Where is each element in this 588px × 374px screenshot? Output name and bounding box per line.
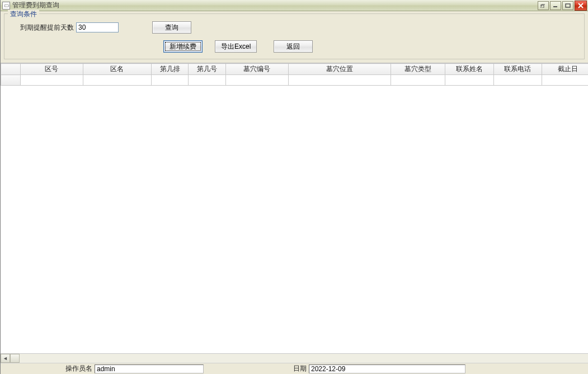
return-button[interactable]: 返回 (274, 40, 313, 53)
scroll-left-button[interactable]: ◄ (1, 354, 10, 363)
status-bar: 操作员名 日期 (1, 363, 588, 374)
col-contact-phone[interactable]: 联系电话 (493, 64, 542, 75)
col-seat-no[interactable]: 第几号 (189, 64, 225, 75)
header-row: 区号 区名 第几排 第几号 墓穴编号 墓穴位置 墓穴类型 联系姓名 联系电话 截… (1, 64, 589, 75)
cell[interactable] (152, 75, 189, 86)
cell[interactable] (288, 75, 391, 86)
query-row-1: 到期提醒提前天数 查询 (10, 20, 578, 35)
operator-label: 操作员名 (65, 364, 92, 373)
table-row[interactable] (1, 75, 589, 86)
restore-down-button[interactable] (538, 1, 549, 10)
cell[interactable] (542, 75, 588, 86)
cell[interactable] (225, 75, 288, 86)
col-plot-location[interactable]: 墓穴位置 (288, 64, 391, 75)
operator-field (95, 364, 204, 373)
cell[interactable] (445, 75, 493, 86)
svg-rect-0 (540, 5, 544, 8)
minimize-button[interactable] (550, 1, 561, 10)
cell[interactable] (391, 75, 445, 86)
col-due-date[interactable]: 截止日 (542, 64, 588, 75)
col-plot-no[interactable]: 墓穴编号 (225, 64, 288, 75)
export-excel-button[interactable]: 导出Excel (215, 40, 257, 53)
app-icon: ▭ (2, 2, 10, 10)
days-label: 到期提醒提前天数 (20, 23, 74, 32)
maximize-button[interactable] (562, 1, 573, 10)
close-button[interactable] (575, 1, 587, 11)
col-zone-name[interactable]: 区名 (83, 64, 151, 75)
cell[interactable] (189, 75, 225, 86)
svg-rect-2 (566, 4, 570, 7)
col-plot-type[interactable]: 墓穴类型 (391, 64, 445, 75)
query-row-2: 新增续费 导出Excel 返回 (10, 39, 578, 54)
date-label: 日期 (293, 364, 307, 373)
cell[interactable] (83, 75, 151, 86)
col-zone-no[interactable]: 区号 (20, 64, 83, 75)
query-legend: 查询条件 (8, 10, 39, 19)
days-input[interactable] (76, 22, 119, 32)
scroll-track[interactable] (20, 354, 588, 363)
cell[interactable] (493, 75, 542, 86)
horizontal-scrollbar[interactable]: ◄ (1, 353, 588, 363)
date-field (309, 364, 465, 373)
col-row-selector[interactable] (1, 64, 21, 75)
query-groupbox: 查询条件 到期提醒提前天数 查询 新增续费 导出Excel 返回 (4, 13, 585, 59)
management-fee-due-query-window: ▭ 管理费到期查询 查询条件 到期提醒提前天数 查询 新增续费 (0, 0, 588, 374)
data-grid[interactable]: 区号 区名 第几排 第几号 墓穴编号 墓穴位置 墓穴类型 联系姓名 联系电话 截… (1, 63, 588, 353)
scroll-thumb-placeholder[interactable] (10, 354, 20, 363)
search-button[interactable]: 查询 (152, 21, 191, 34)
titlebar[interactable]: ▭ 管理费到期查询 (1, 0, 588, 11)
data-grid-area: 区号 区名 第几排 第几号 墓穴编号 墓穴位置 墓穴类型 联系姓名 联系电话 截… (1, 63, 588, 363)
col-contact-name[interactable]: 联系姓名 (445, 64, 493, 75)
row-selector-cell[interactable] (1, 75, 21, 86)
col-row-no[interactable]: 第几排 (152, 64, 189, 75)
window-title: 管理费到期查询 (12, 1, 59, 10)
cell[interactable] (20, 75, 83, 86)
add-renew-button[interactable]: 新增续费 (163, 40, 203, 53)
query-panel-wrap: 查询条件 到期提醒提前天数 查询 新增续费 导出Excel 返回 (1, 11, 588, 63)
